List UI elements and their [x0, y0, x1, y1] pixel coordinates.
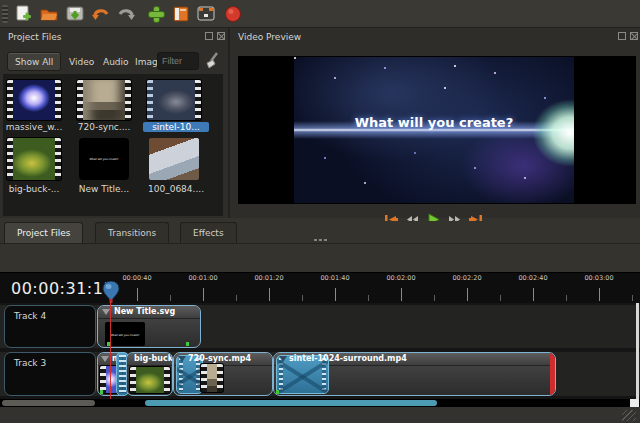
track-4-lane[interactable]: Track 4 New Title.svg What will you crea… [0, 305, 640, 348]
file-thumbnail-bigbuck[interactable] [7, 138, 61, 180]
filter-show-all-button[interactable]: Show All [7, 52, 61, 71]
main-toolbar [0, 0, 640, 28]
import-files-icon[interactable] [145, 3, 167, 25]
stars-decoration [294, 57, 296, 59]
splitter-handle[interactable] [314, 239, 328, 241]
clip-trim-edge[interactable] [550, 353, 555, 396]
file-thumbnail-newtitle[interactable]: What will you create? [79, 138, 129, 180]
video-frame: What will you create? [294, 57, 574, 203]
track-3-header[interactable]: Track 3 [4, 352, 96, 396]
vertical-scrollbar[interactable] [636, 303, 639, 399]
project-files-title: Project Files [0, 28, 228, 46]
project-files-grid: massive_w... 720-sync.... sintel-10... W… [3, 74, 223, 216]
timeline-toolbar: + − 20 seconds [0, 244, 640, 272]
clip-menu-chevron-icon[interactable] [102, 309, 110, 315]
tab-transitions[interactable]: Transitions [95, 222, 169, 243]
ruler-label: 00:02:40 [508, 274, 558, 282]
choose-profile-icon[interactable] [170, 3, 192, 25]
file-label[interactable]: big-buck-... [1, 184, 67, 194]
file-label[interactable]: 720-sync.... [71, 122, 137, 132]
file-thumbnail-photo[interactable] [149, 138, 199, 180]
ruler-label: 00:03:00 [574, 274, 624, 282]
playhead-line [110, 300, 111, 407]
video-title-text: What will you create? [294, 115, 574, 130]
openshot-window: Project Files Show All Video Audio Image… [0, 0, 640, 423]
ruler-label: 00:01:20 [244, 274, 294, 282]
close-panel-icon[interactable] [630, 32, 638, 40]
file-label[interactable]: massive_w... [1, 122, 67, 132]
redo-icon[interactable] [115, 3, 137, 25]
close-panel-icon[interactable] [217, 32, 225, 40]
filter-input[interactable] [157, 52, 199, 70]
video-preview-viewport: What will you create? [238, 56, 636, 204]
panel-divider [228, 28, 230, 218]
clip-new-title[interactable]: New Title.svg What will you create? [97, 305, 201, 348]
file-thumbnail-sintel[interactable] [147, 80, 201, 120]
toolbar-grip[interactable] [2, 5, 8, 23]
open-project-icon[interactable] [38, 3, 60, 25]
clip-label: big-buck- [134, 354, 173, 363]
export-video-icon[interactable] [222, 3, 244, 25]
clip-720-sync[interactable]: 720-sync.mp4 [173, 352, 273, 396]
keyframe-marker [186, 342, 189, 346]
window-resize-grip[interactable] [622, 410, 636, 421]
lens-flare [492, 79, 574, 199]
tab-project-files[interactable]: Project Files [4, 222, 83, 243]
file-label-selected[interactable]: sintel-10... [143, 122, 209, 132]
playhead-marker[interactable] [102, 281, 120, 303]
clip-sintel[interactable]: sintel-1024-surround.mp4 [273, 352, 556, 396]
file-label[interactable]: 100_0684.... [143, 184, 209, 194]
clip-label: New Title.svg [114, 307, 175, 316]
clip-big-buck[interactable]: big-buck- [126, 352, 173, 396]
clear-filter-brush-icon[interactable] [203, 51, 221, 75]
clip-label: 720-sync.mp4 [188, 354, 251, 363]
current-time-display: 00:00:31:15 [11, 279, 114, 298]
file-label[interactable]: New Title... [71, 184, 137, 194]
new-project-icon[interactable] [12, 3, 34, 25]
scrollbar-corner [630, 399, 639, 407]
file-thumbnail-720sync[interactable] [77, 80, 131, 120]
status-bar [0, 407, 640, 423]
track-names-scroll-thumb[interactable] [2, 400, 95, 406]
undo-icon[interactable] [90, 3, 112, 25]
track-4-header[interactable]: Track 4 [4, 305, 96, 348]
ruler-label: 00:02:00 [376, 274, 426, 282]
horizontal-scroll-thumb[interactable] [145, 400, 437, 406]
track-3-lane[interactable]: Track 3 m big-buck- [0, 352, 640, 396]
tab-effects[interactable]: Effects [180, 222, 237, 243]
clip-label: sintel-1024-surround.mp4 [289, 354, 407, 363]
ruler-label: 00:01:40 [310, 274, 360, 282]
save-project-icon[interactable] [64, 3, 86, 25]
float-panel-icon[interactable] [205, 32, 213, 40]
float-panel-icon[interactable] [618, 32, 626, 40]
ruler-label: 00:01:00 [178, 274, 228, 282]
video-preview-title: Video Preview [230, 28, 640, 46]
timeline-canvas[interactable]: Track 4 New Title.svg What will you crea… [0, 303, 640, 399]
selection-overlay [147, 80, 201, 120]
fullscreen-icon[interactable] [195, 3, 217, 25]
ruler-label: 00:02:20 [442, 274, 492, 282]
file-thumbnail-massive[interactable] [7, 80, 61, 120]
